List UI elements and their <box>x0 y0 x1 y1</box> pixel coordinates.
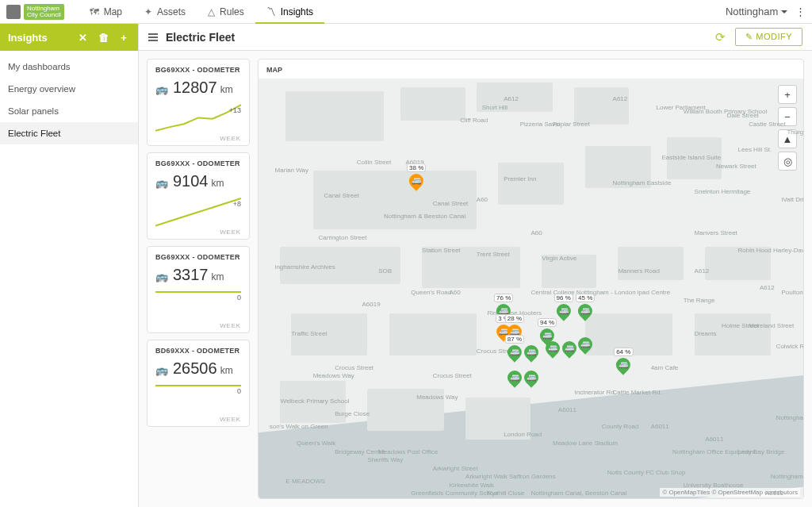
vehicle-pin[interactable]: 64 %🚐 <box>614 348 633 372</box>
sidebar-item-electric-fleet[interactable]: Electric Fleet <box>0 122 138 144</box>
odometer-card[interactable]: BD69XXX - ODOMETER🚌26506km0WEEK <box>147 340 250 427</box>
map-label: Thurgarton Street <box>787 129 803 136</box>
vehicle-pin[interactable]: 94 %🚐 <box>538 318 557 343</box>
map-label: Canal Street <box>433 200 468 207</box>
map-label: A6011 <box>558 406 576 413</box>
vehicle-pin[interactable]: 38 %🚐 <box>407 163 426 188</box>
sidebar-item-my-dashboards[interactable]: My dashboards <box>0 56 138 78</box>
map-label: Central College Nottingham - London ipad… <box>531 289 671 296</box>
vehicle-pin[interactable]: 🚐 <box>508 371 522 385</box>
pencil-icon: ✎ <box>745 32 756 41</box>
vehicle-pin[interactable]: 🚐 <box>546 341 560 355</box>
pin-label: 94 % <box>538 318 557 327</box>
vehicle-pin[interactable]: 45 %🚐 <box>576 294 595 318</box>
map-label: Saffron Gardens <box>509 473 556 480</box>
vehicle-pin[interactable]: 96 %🚐 <box>554 294 573 318</box>
tab-rules[interactable]: △Rules <box>197 0 255 23</box>
card-delta: 0 <box>237 294 241 302</box>
pin-icon: 🚐 <box>614 355 634 375</box>
card-period: WEEK <box>155 135 241 142</box>
map-label: SOB <box>378 267 392 275</box>
map-label: Dreams <box>695 330 717 337</box>
tab-map[interactable]: 🗺Map <box>79 0 133 23</box>
map-label: A6011 <box>765 490 783 497</box>
map-label: Sneinton Hermitage <box>695 188 751 195</box>
map-label: Lady Bay Bridge <box>738 448 785 455</box>
map-icon: 🗺 <box>90 6 99 17</box>
pin-label: 28 % <box>505 314 524 323</box>
card-delta: 0 <box>237 387 241 395</box>
odometer-card[interactable]: BG69XXX - ODOMETER🚌12807km+13WEEK <box>147 59 250 146</box>
map-label: Premier Inn <box>504 175 536 182</box>
map-label: A612 <box>504 95 519 102</box>
pin-label: 38 % <box>407 163 426 172</box>
map-label: Castle Street <box>749 121 785 128</box>
card-title: BG69XXX - ODOMETER <box>155 253 241 261</box>
pin-icon: 🚐 <box>504 343 524 363</box>
odometer-card[interactable]: BG69XXX - ODOMETER🚌9104km+8WEEK <box>147 152 250 240</box>
pin-icon: 🚐 <box>575 334 595 354</box>
tab-insights[interactable]: 〽Insights <box>255 0 324 23</box>
top-nav: Nottingham City Council 🗺Map✦Assets△Rule… <box>0 0 812 24</box>
locate-button[interactable]: ◎ <box>778 152 797 171</box>
map-label: Queen's Walk <box>297 440 335 447</box>
brand-logo: Nottingham City Council <box>6 4 64 20</box>
pin-label: 87 % <box>505 335 524 344</box>
assets-icon: ✦ <box>144 6 152 17</box>
card-number: 3317 <box>173 266 209 284</box>
card-sparkline: +8 <box>155 195 241 227</box>
card-value: 🚌3317km <box>155 266 241 284</box>
map-label: Kirkewhite Walk <box>449 482 494 489</box>
hamburger-icon[interactable] <box>148 33 158 41</box>
map-label: Sheriffs Way <box>367 456 403 463</box>
map-label: Dale Street <box>727 112 759 119</box>
card-title: BD69XXX - ODOMETER <box>155 347 241 355</box>
vehicle-pin[interactable]: 87 %🚐 <box>505 335 524 359</box>
kebab-menu[interactable]: ⋮ <box>795 6 806 17</box>
trash-icon[interactable]: 🗑 <box>97 32 109 44</box>
map-label: Eastside Island Suite <box>661 154 721 161</box>
map-label: Queen's Road <box>411 289 451 296</box>
vehicle-pin[interactable]: 🚐 <box>524 345 538 359</box>
card-title: BG69XXX - ODOMETER <box>155 159 241 167</box>
refresh-icon[interactable]: ⟳ <box>715 30 726 44</box>
vehicle-pin[interactable]: 🚐 <box>562 341 576 355</box>
map-label: A612 <box>760 284 775 291</box>
map-label: Traffic Street <box>291 330 327 337</box>
map-label: Pizzeria Savai <box>520 121 561 128</box>
card-value: 🚌9104km <box>155 172 241 190</box>
map-label: Burge Close <box>335 410 370 417</box>
zoom-in-button[interactable]: + <box>778 85 797 104</box>
pin-icon: 🚐 <box>575 301 595 321</box>
vehicle-pin[interactable]: 🚐 <box>578 337 592 351</box>
pin-icon: 🚐 <box>521 367 541 387</box>
vehicle-pin[interactable]: 🚐 <box>524 371 538 385</box>
sidebar-item-energy-overview[interactable]: Energy overview <box>0 78 138 100</box>
insights-icon: 〽 <box>266 6 276 17</box>
add-icon[interactable]: + <box>117 32 130 44</box>
card-unit: km <box>212 178 224 189</box>
odometer-card[interactable]: BG69XXX - ODOMETER🚌3317km0WEEK <box>147 246 250 333</box>
map-canvas[interactable]: + − ▲ ◎ © OpenMapTiles © OpenStreetMap c… <box>259 79 803 498</box>
map-label: Arkwright Street <box>433 465 478 472</box>
content-actions: ⟳ ✎ MODIFY <box>715 28 802 46</box>
page-title: Electric Fleet <box>166 31 235 44</box>
map-label: inghamshire Archives <box>275 263 335 271</box>
tenant-switcher[interactable]: Nottingham <box>726 6 787 17</box>
close-icon[interactable]: ✕ <box>76 32 89 44</box>
map-label: A6011 <box>705 436 723 443</box>
pin-label: 96 % <box>554 294 573 302</box>
modify-button[interactable]: ✎ MODIFY <box>735 28 802 46</box>
tab-label: Assets <box>157 6 186 17</box>
bus-icon: 🚌 <box>155 83 168 95</box>
cards-column: BG69XXX - ODOMETER🚌12807km+13WEEKBG69XXX… <box>147 59 250 499</box>
tab-assets[interactable]: ✦Assets <box>133 0 197 23</box>
card-unit: km <box>220 84 233 95</box>
map-label: The Range <box>684 297 715 304</box>
map-label: Nottingham Corsairs RFC <box>776 414 803 421</box>
sidebar-item-solar-panels[interactable]: Solar panels <box>0 100 138 122</box>
sidebar-title: Insights <box>8 32 48 44</box>
map-label: A60 <box>531 229 542 236</box>
card-value: 🚌26506km <box>155 359 241 378</box>
pin-icon: 🚐 <box>542 338 562 358</box>
